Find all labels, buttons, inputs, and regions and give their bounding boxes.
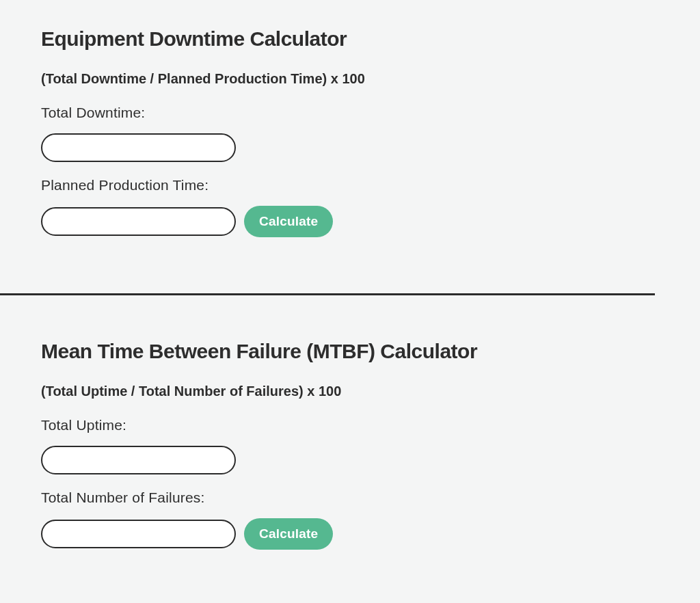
downtime-title: Equipment Downtime Calculator [41, 27, 659, 51]
planned-production-group: Planned Production Time: Calculate [41, 177, 659, 237]
total-uptime-label: Total Uptime: [41, 417, 659, 433]
planned-production-input[interactable] [41, 207, 236, 236]
total-uptime-input[interactable] [41, 446, 236, 474]
total-failures-input[interactable] [41, 520, 236, 548]
total-failures-label: Total Number of Failures: [41, 490, 659, 506]
total-uptime-group: Total Uptime: [41, 417, 659, 474]
total-downtime-label: Total Downtime: [41, 105, 659, 121]
planned-production-label: Planned Production Time: [41, 177, 659, 193]
total-downtime-input[interactable] [41, 133, 236, 162]
downtime-calculator-section: Equipment Downtime Calculator (Total Dow… [41, 27, 659, 266]
mtbf-title: Mean Time Between Failure (MTBF) Calcula… [41, 340, 659, 363]
downtime-formula: (Total Downtime / Planned Production Tim… [41, 71, 659, 87]
total-downtime-group: Total Downtime: [41, 105, 659, 162]
mtbf-formula: (Total Uptime / Total Number of Failures… [41, 384, 659, 399]
downtime-calculate-button[interactable]: Calculate [244, 206, 333, 237]
section-divider [0, 293, 655, 295]
mtbf-calculate-button[interactable]: Calculate [244, 518, 333, 550]
total-failures-group: Total Number of Failures: Calculate [41, 490, 659, 550]
mtbf-calculator-section: Mean Time Between Failure (MTBF) Calcula… [41, 340, 659, 578]
